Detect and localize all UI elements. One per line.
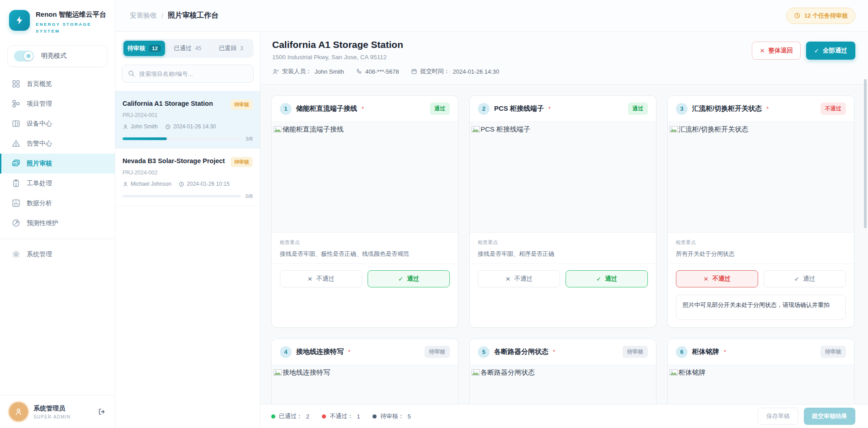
approve-all-button[interactable]: ✓ 全部通过: [806, 42, 855, 60]
project-panel: 待审核 12 已通过 45 已退回 3: [115, 32, 260, 428]
station-header: California A1 Storage Station 1500 Indus…: [260, 32, 868, 85]
breadcrumb-current: 照片审核工作台: [168, 11, 218, 20]
photo-placeholder[interactable]: 接地线连接特写: [272, 365, 458, 404]
status-badge: 通过: [430, 103, 450, 115]
app-root: Renon 智能运维云平台 ENERGY STORAGE SYSTEM 明亮模式…: [0, 0, 868, 428]
sidebar-item-home[interactable]: 首页概览: [0, 74, 115, 94]
required-asterisk: *: [724, 348, 726, 355]
reject-reason-input[interactable]: 照片中可见部分开关未处于分闸状态，请现场确认并重拍: [676, 295, 846, 320]
required-asterisk: *: [348, 348, 350, 355]
person-icon: [123, 181, 128, 187]
project-installer: Michael Johnson: [123, 181, 171, 187]
reject-all-button[interactable]: ✕ 整体退回: [752, 42, 800, 60]
photo-placeholder[interactable]: 柜体铭牌: [668, 365, 854, 404]
brand-title: Renon 智能运维云平台: [36, 10, 107, 19]
sidebar-item-label: 设备中心: [27, 120, 52, 128]
station-meta: 安装人员：John Smith 408-***-5678 提交时间：2024-0…: [272, 67, 499, 75]
theme-toggle[interactable]: 明亮模式: [7, 45, 108, 67]
breadcrumb-section[interactable]: 安装验收: [130, 11, 157, 20]
project-list-item[interactable]: Nevada B3 Solar-Storage Project 待审核 PRJ-…: [115, 149, 260, 206]
photo-alt-text: 接地线连接特写: [283, 368, 330, 376]
project-list-item[interactable]: California A1 Storage Station 待审核 PRJ-20…: [115, 91, 260, 149]
tab-approved[interactable]: 已通过 45: [167, 41, 208, 56]
station-title: California A1 Storage Station: [272, 39, 499, 50]
required-asterisk: *: [548, 105, 551, 112]
check-icon: ✓: [814, 47, 819, 54]
photo-card: 6 柜体铭牌 * 待审核 柜体铭牌: [667, 339, 854, 404]
sidebar-item-projects[interactable]: 项目管理: [0, 94, 115, 114]
sidebar-item-system[interactable]: 系统管理: [0, 245, 115, 264]
phone-icon: [356, 68, 362, 75]
pass-button[interactable]: ✓通过: [368, 270, 450, 287]
search-icon: [127, 70, 135, 77]
card-title: 汇流柜/切换柜开关状态: [692, 104, 762, 113]
broken-image-icon: [274, 369, 282, 376]
passed-stat: 已通过：2: [271, 412, 309, 420]
progress-fraction: 3/8: [245, 136, 253, 141]
sidebar-item-analytics[interactable]: 数据分析: [0, 193, 115, 213]
submitted-meta: 提交时间：2024-01-26 14:30: [411, 67, 500, 75]
broken-image-icon: [274, 126, 282, 132]
sidebar-item-predictive-maintenance[interactable]: 预测性维护: [0, 213, 115, 233]
clock-icon: [165, 124, 171, 130]
device-icon: [12, 119, 20, 128]
fail-button[interactable]: ✕不通过: [478, 270, 560, 287]
sidebar-item-label: 预测性维护: [27, 219, 58, 227]
phone-meta: 408-***-5678: [356, 68, 399, 75]
user-name: 系统管理员: [33, 404, 71, 413]
fail-button[interactable]: ✕不通过: [676, 270, 758, 287]
sidebar-item-photo-review[interactable]: 照片审核: [0, 154, 115, 174]
check-icon: ✓: [398, 275, 403, 282]
card-number: 5: [478, 346, 490, 358]
avatar: [9, 402, 28, 421]
status-badge: 待审核: [623, 346, 648, 358]
photo-placeholder[interactable]: 储能柜直流端子接线: [272, 122, 458, 233]
sidebar-item-work-orders[interactable]: 工单处理: [0, 174, 115, 193]
photo-placeholder[interactable]: PCS 柜接线端子: [470, 122, 656, 233]
broken-image-icon: [670, 369, 678, 376]
sidebar-item-alerts[interactable]: 告警中心: [0, 134, 115, 154]
sidebar-item-devices[interactable]: 设备中心: [0, 114, 115, 134]
pass-button[interactable]: ✓通过: [764, 270, 846, 287]
pass-button[interactable]: ✓通过: [566, 270, 648, 287]
sidebar-item-label: 工单处理: [27, 179, 52, 188]
toggle-track[interactable]: [14, 51, 34, 61]
tab-count: 45: [195, 45, 201, 52]
bar-chart-icon: [12, 199, 20, 207]
sidebar-item-label: 系统管理: [27, 250, 52, 259]
sitemap-icon: [12, 99, 20, 108]
checkpoint-text: 接线是否牢固、相序是否正确: [478, 250, 648, 258]
photo-placeholder[interactable]: 汇流柜/切换柜开关状态: [668, 122, 854, 233]
tab-returned[interactable]: 已退回 3: [210, 41, 252, 56]
project-installer: John Smith: [123, 123, 158, 130]
progress-fraction: 0/8: [245, 193, 253, 199]
person-icon: [123, 124, 128, 130]
checkpoint-section: 检查要点 所有开关处于分闸状态: [668, 233, 854, 263]
fail-button[interactable]: ✕不通过: [280, 270, 362, 287]
theme-label: 明亮模式: [41, 52, 66, 60]
pending-tasks-badge: 12 个任务待审核: [786, 8, 855, 24]
search-input[interactable]: [122, 65, 254, 83]
photo-card: 3 汇流柜/切换柜开关状态 * 不通过 汇流柜/切换柜开关状态 检查要点 所有开…: [667, 95, 854, 328]
project-name: California A1 Storage Station: [123, 99, 227, 108]
breadcrumb-separator: /: [161, 12, 163, 19]
card-number: 3: [676, 103, 688, 115]
tab-pending[interactable]: 待审核 12: [123, 41, 165, 56]
save-draft-button[interactable]: 保存草稿: [758, 408, 798, 425]
sidebar-item-label: 数据分析: [27, 199, 52, 207]
logout-button[interactable]: [98, 408, 106, 416]
photo-placeholder[interactable]: 各断路器分闸状态: [470, 365, 656, 404]
card-title: 柜体铭牌: [692, 348, 719, 356]
scrollbar-thumb[interactable]: [864, 79, 867, 228]
project-search: [122, 65, 254, 83]
pending-stat: 待审核：5: [373, 412, 410, 420]
submit-review-button[interactable]: 提交审核结果: [804, 408, 855, 425]
menu-divider: [0, 239, 115, 239]
project-time: 2024-01-26 10:15: [179, 181, 230, 187]
project-time: 2024-01-26 14:30: [165, 123, 216, 130]
broken-image-icon: [472, 126, 480, 132]
broken-image-icon: [472, 369, 480, 376]
checkpoint-section: 检查要点 接线是否牢固、极性是否正确、线缆颜色是否规范: [272, 233, 458, 263]
cards-scroll-area[interactable]: 1 储能柜直流端子接线 * 通过 储能柜直流端子接线 检查要点 接线是否牢固、极…: [260, 85, 868, 404]
person-icon: [272, 68, 279, 75]
